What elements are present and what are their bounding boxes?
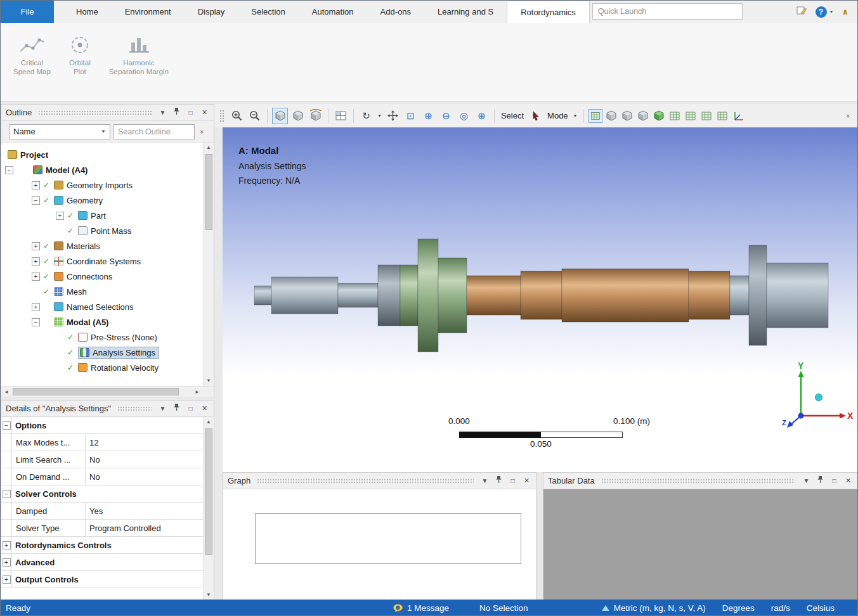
details-vertical-scrollbar[interactable]: ▲ ▼ [203,417,214,600]
zoom-out-tool-icon[interactable]: ⊖ [438,108,454,124]
expand-icon[interactable]: + [3,558,11,567]
help-icon[interactable]: ? [816,6,827,18]
pin-icon[interactable] [172,403,181,414]
maximize-icon[interactable]: □ [186,404,195,413]
tree-item-named-selections[interactable]: + Named Selections [1,299,214,314]
feedback-icon[interactable] [796,6,807,18]
close-icon[interactable]: × [200,404,209,413]
minimize-ribbon-icon[interactable]: ∧ [842,7,848,16]
tab-learning[interactable]: Learning and S [424,1,507,23]
details-row-on-demand[interactable]: On Demand ... No [1,468,203,485]
details-section-rotordynamics-controls[interactable]: + Rotordynamics Controls [1,537,203,554]
details-section-solver-controls[interactable]: − Solver Controls [1,485,203,503]
mesh-select-icon[interactable] [699,109,713,123]
status-angular-velocity-unit[interactable]: rad/s [771,603,790,613]
detail-value[interactable]: Program Controlled [86,520,203,536]
toolbar-drag-handle[interactable] [219,110,224,122]
scroll-up-icon[interactable]: ▲ [204,417,214,427]
tab-environment[interactable]: Environment [112,1,185,23]
status-unit-system[interactable]: Metric (m, kg, N, s, V, A) [602,603,706,613]
panel-menu-icon[interactable]: ▼ [158,108,167,117]
toolbar-overflow-icon[interactable]: » [844,108,854,124]
rotor-shaft-model[interactable] [223,127,858,472]
orientation-triad[interactable]: Y X Z [781,362,854,435]
details-section-options[interactable]: − Options [1,417,203,434]
tree-item-materials[interactable]: + ✓ Materials [1,238,214,253]
tree-item-geometry[interactable]: − ✓ Geometry [1,193,214,208]
tree-item-project[interactable]: Project [1,147,214,162]
tab-add-ons[interactable]: Add-ons [367,1,424,23]
collapse-icon[interactable]: − [5,166,13,174]
scroll-left-icon[interactable]: ◄ [1,389,11,395]
detail-value[interactable]: No [86,468,203,485]
expand-icon[interactable]: + [32,257,40,266]
zoom-box-icon[interactable]: ⊡ [403,108,419,124]
toolbar-overflow-button[interactable]: » [198,124,207,140]
panel-menu-icon[interactable]: ▼ [802,476,811,485]
collapse-icon[interactable]: − [3,490,11,498]
status-temperature-unit[interactable]: Celsius [807,603,835,613]
expand-icon[interactable]: + [32,242,40,250]
tree-item-point-mass[interactable]: ✓ Point Mass [1,223,214,238]
expand-icon[interactable]: + [32,273,40,281]
select-edges-icon[interactable] [604,109,618,123]
expand-icon[interactable]: + [3,541,11,549]
pin-icon[interactable] [172,107,181,118]
status-angle-unit[interactable]: Degrees [722,603,755,613]
collapse-icon[interactable]: − [3,421,11,430]
expand-icon[interactable]: + [32,303,40,311]
scroll-up-icon[interactable]: ▲ [204,143,214,153]
select-vertices-icon[interactable] [588,109,602,123]
collapse-icon[interactable]: − [32,196,40,205]
tab-automation[interactable]: Automation [299,1,367,23]
select-bodies-icon[interactable] [636,109,650,123]
scroll-down-icon[interactable]: ▼ [204,376,214,386]
expand-icon[interactable]: + [56,212,64,220]
select-elements-icon[interactable] [652,109,666,123]
viewport-3d[interactable]: A: Modal Analysis Settings Frequency: N/… [223,127,858,472]
tree-item-rotational-velocity[interactable]: ✓ Rotational Velocity [1,360,214,375]
detail-value[interactable]: No [86,451,203,468]
tree-item-connections[interactable]: + ✓ Connections [1,269,214,284]
axes-visibility-icon[interactable] [731,108,747,124]
scroll-down-icon[interactable]: ▼ [204,590,214,600]
orbit-icon[interactable]: ↻ [358,108,374,124]
status-messages[interactable]: 1 Message [393,603,449,613]
pin-icon[interactable] [816,475,825,486]
select-nodes-icon[interactable] [668,109,682,123]
zoom-in-tool-icon[interactable]: ⊕ [420,108,436,124]
tab-home[interactable]: Home [63,1,112,23]
view-shaded-icon[interactable] [290,108,306,124]
close-icon[interactable]: × [843,476,853,485]
maximize-icon[interactable]: □ [829,476,839,485]
tree-item-modal[interactable]: − Modal (A5) [1,314,214,330]
details-row-damped[interactable]: Damped Yes [1,503,203,520]
pan-icon[interactable] [385,108,401,124]
tree-item-part[interactable]: + ✓ Part [1,208,214,223]
search-outline-input[interactable] [114,124,195,139]
outline-vertical-scrollbar[interactable]: ▲ ▼ [203,143,214,386]
expand-icon[interactable]: + [3,575,11,584]
scrollbar-thumb[interactable] [13,388,179,395]
scrollbar-thumb[interactable] [205,154,212,230]
details-row-solver-type[interactable]: Solver Type Program Controlled [1,520,203,537]
harmonic-separation-margin-button[interactable]: HarmonicSeparation Margin [104,29,174,79]
orbit-caret-icon[interactable]: ▼ [377,113,382,118]
scrollbar-thumb[interactable] [205,428,212,555]
tree-item-mesh[interactable]: ✓ Mesh [1,284,214,299]
mode-caret-icon[interactable]: ▼ [573,113,578,118]
orbital-plot-button[interactable]: OrbitalPlot [60,29,100,79]
expand-icon[interactable]: + [32,181,40,189]
tab-display[interactable]: Display [185,1,238,23]
maximize-icon[interactable]: □ [186,108,195,117]
select-cursor-icon[interactable] [528,108,543,124]
tab-selection[interactable]: Selection [238,1,298,23]
collapse-icon[interactable]: − [32,318,40,326]
zoom-out-icon[interactable] [247,108,263,124]
scroll-right-icon[interactable]: ► [192,389,202,395]
named-selection-display-icon[interactable] [715,109,729,123]
detail-value[interactable]: 12 [86,434,203,451]
tab-file[interactable]: File [1,1,54,23]
tree-item-model[interactable]: − Model (A4) [1,162,214,177]
select-element-faces-icon[interactable] [684,109,698,123]
